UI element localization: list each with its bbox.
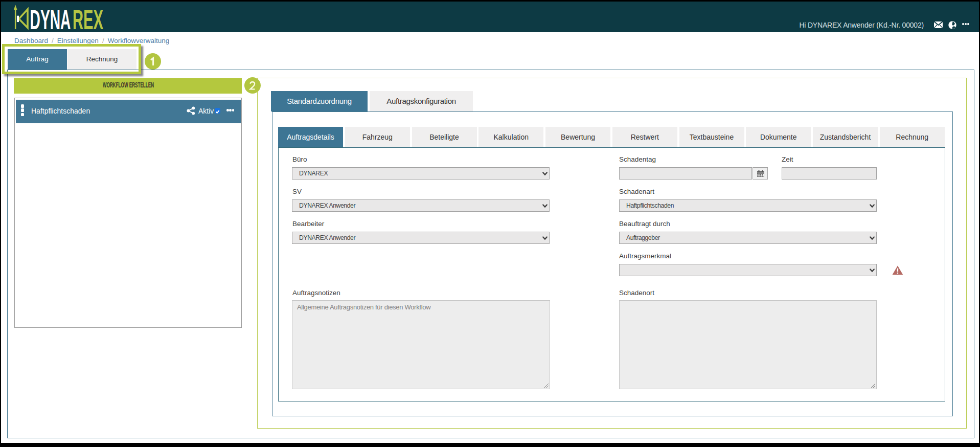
svg-text:DYNA: DYNA bbox=[30, 4, 71, 32]
svg-text:REX: REX bbox=[73, 4, 103, 32]
svg-text:WORKFLOW ERSTELLEN: WORKFLOW ERSTELLEN bbox=[103, 80, 154, 89]
